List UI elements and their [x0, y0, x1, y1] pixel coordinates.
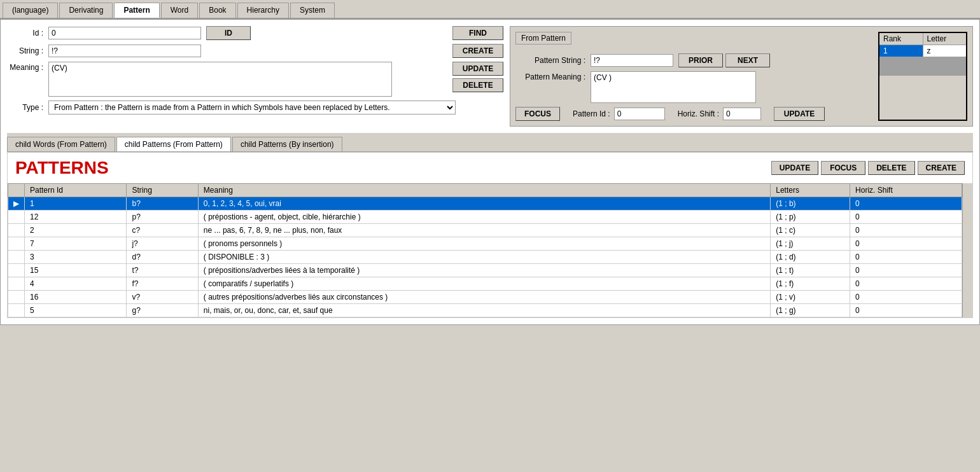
tab-word[interactable]: Word	[161, 3, 198, 18]
letter-col-header: Letter	[923, 33, 967, 45]
horiz-shift-input[interactable]	[723, 108, 761, 120]
arrow-cell	[8, 277, 25, 291]
table-row[interactable]: 16v?( autres prépositions/adverbes liés …	[8, 291, 962, 304]
pattern-id-cell: 12	[25, 211, 127, 224]
string-cell: j?	[127, 237, 198, 251]
meaning-cell: ( DISPONIBLE : 3 )	[198, 251, 770, 264]
id-input[interactable]	[48, 27, 201, 39]
tab-system[interactable]: System	[290, 3, 335, 18]
type-label: Type :	[7, 103, 48, 112]
string-input-group	[48, 45, 201, 57]
th-string: String	[127, 184, 198, 197]
tab-bar: (language) Derivating Pattern Word Book …	[0, 0, 980, 19]
sub-tab-child-patterns-from[interactable]: child Patterns (From Pattern)	[116, 137, 231, 151]
arrow-cell	[8, 251, 25, 264]
string-cell: g?	[127, 304, 198, 317]
focus-button[interactable]: FOCUS	[515, 107, 560, 121]
sub-tab-child-words[interactable]: child Words (From Pattern)	[7, 137, 115, 151]
letters-cell: (1 ; j)	[771, 237, 850, 251]
table-scroll-area[interactable]: Pattern Id String Meaning Letters Horiz.…	[8, 183, 962, 317]
scrollbar[interactable]	[962, 183, 972, 317]
letters-cell: (1 ; p)	[771, 211, 850, 224]
patterns-create-button[interactable]: CREATE	[918, 161, 965, 175]
next-button[interactable]: NEXT	[725, 53, 770, 67]
arrow-cell	[8, 211, 25, 224]
pattern-id-cell: 1	[25, 197, 127, 211]
pattern-id-cell: 2	[25, 224, 127, 237]
pattern-string-input[interactable]	[591, 54, 673, 67]
letters-cell: (1 ; d)	[771, 251, 850, 264]
table-row[interactable]: 7j?( pronoms personnels )(1 ; j)0	[8, 237, 962, 251]
id-label: Id :	[7, 29, 48, 38]
tab-book[interactable]: Book	[199, 3, 235, 18]
sub-tab-child-patterns-by[interactable]: child Patterns (By insertion)	[232, 137, 342, 151]
letters-cell: (1 ; b)	[771, 197, 850, 211]
pattern-meaning-input[interactable]: (CV )	[591, 71, 756, 103]
horiz-shift-cell: 0	[850, 237, 962, 251]
create-button[interactable]: CREATE	[452, 44, 503, 58]
pattern-id-input[interactable]	[614, 108, 665, 120]
horiz-shift-label: Horiz. Shift :	[678, 109, 719, 118]
meaning-row: Meaning : (CV) UPDATE DELETE	[7, 62, 503, 97]
right-panel-left: From Pattern Pattern String : PRIOR NEXT	[515, 32, 872, 121]
string-row: String : CREATE	[7, 44, 503, 58]
table-row[interactable]: 4f?( comparatifs / superlatifs )(1 ; f)0	[8, 277, 962, 291]
letters-cell: (1 ; c)	[771, 224, 850, 237]
pattern-id-cell: 16	[25, 291, 127, 304]
tab-derivating[interactable]: Derivating	[59, 3, 113, 18]
patterns-btn-group: UPDATE FOCUS DELETE CREATE	[771, 161, 965, 175]
rank-cell-0: 1	[879, 45, 923, 57]
meaning-cell: ( autres prépositions/adverbes liés aux …	[198, 291, 770, 304]
tab-pattern[interactable]: Pattern	[114, 3, 159, 18]
right-update-button[interactable]: UPDATE	[774, 107, 825, 121]
string-cell: d?	[127, 251, 198, 264]
top-section: Id : ID FIND String : CREATE Meaning :	[7, 26, 973, 127]
left-form: Id : ID FIND String : CREATE Meaning :	[7, 26, 503, 127]
patterns-focus-button[interactable]: FOCUS	[821, 161, 865, 175]
main-content: Id : ID FIND String : CREATE Meaning :	[0, 19, 980, 325]
pattern-id-cell: 4	[25, 277, 127, 291]
table-row[interactable]: 5g?ni, mais, or, ou, donc, car, et, sauf…	[8, 304, 962, 317]
find-button[interactable]: FIND	[452, 26, 503, 40]
string-label: String :	[7, 46, 48, 55]
arrow-cell	[8, 304, 25, 317]
horiz-shift-cell: 0	[850, 251, 962, 264]
pattern-id-label: Pattern Id :	[573, 109, 610, 118]
table-row[interactable]: 2c?ne ... pas, 6, 7, 8, 9, ne ... plus, …	[8, 224, 962, 237]
panel-title-container: From Pattern	[515, 32, 872, 50]
string-input[interactable]	[48, 45, 201, 57]
update-button[interactable]: UPDATE	[452, 62, 503, 76]
type-select[interactable]: From Pattern : the Pattern is made from …	[48, 101, 456, 115]
prior-button[interactable]: PRIOR	[678, 53, 723, 67]
string-cell: t?	[127, 264, 198, 277]
meaning-input[interactable]: (CV)	[48, 62, 392, 97]
table-row[interactable]: 12p?( prépostions - agent, object, cible…	[8, 211, 962, 224]
horiz-shift-cell: 0	[850, 211, 962, 224]
pattern-id-cell: 7	[25, 237, 127, 251]
table-row[interactable]: 15t?( prépositions/adverbes liées à la t…	[8, 264, 962, 277]
arrow-cell	[8, 291, 25, 304]
patterns-delete-button[interactable]: DELETE	[868, 161, 914, 175]
panel-title: From Pattern	[515, 32, 571, 45]
id-button[interactable]: ID	[206, 26, 251, 40]
table-row[interactable]: ▶1b?0, 1, 2, 3, 4, 5, oui, vrai(1 ; b)0	[8, 197, 962, 211]
rank-letter-table: Rank Letter 1 z	[878, 32, 967, 121]
letters-cell: (1 ; g)	[771, 304, 850, 317]
tab-hierarchy[interactable]: Hierarchy	[237, 3, 289, 18]
delete-button[interactable]: DELETE	[452, 78, 503, 92]
arrow-cell	[8, 264, 25, 277]
horiz-shift-cell: 0	[850, 304, 962, 317]
letters-cell: (1 ; t)	[771, 264, 850, 277]
table-row[interactable]: 3d?( DISPONIBLE : 3 )(1 ; d)0	[8, 251, 962, 264]
nav-buttons: PRIOR NEXT	[678, 53, 770, 67]
string-cell: c?	[127, 224, 198, 237]
id-row: Id : ID FIND	[7, 26, 503, 40]
rank-letter-row-0[interactable]: 1 z	[879, 45, 966, 57]
patterns-update-button[interactable]: UPDATE	[771, 161, 818, 175]
patterns-section: PATTERNS UPDATE FOCUS DELETE CREATE Patt…	[7, 152, 973, 318]
string-cell: v?	[127, 291, 198, 304]
pattern-id-cell: 3	[25, 251, 127, 264]
horiz-shift-cell: 0	[850, 224, 962, 237]
horiz-shift-cell: 0	[850, 291, 962, 304]
tab-language[interactable]: (language)	[3, 3, 58, 18]
